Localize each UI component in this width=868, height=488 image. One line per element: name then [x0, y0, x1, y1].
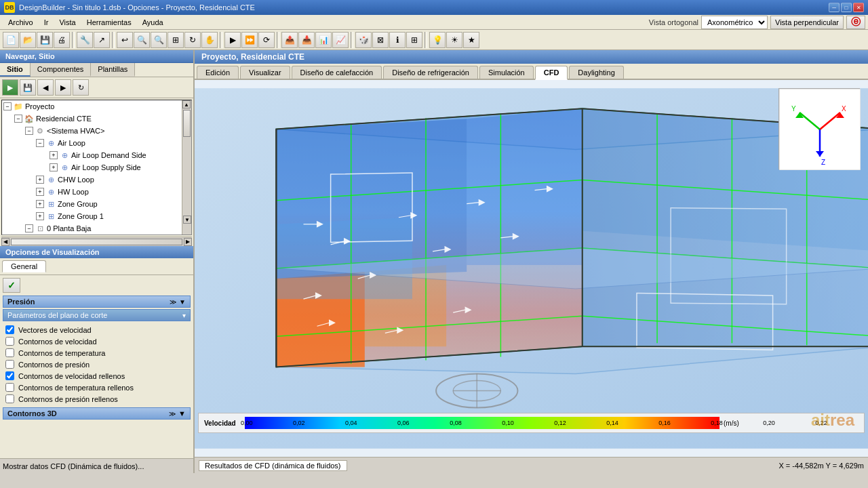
tab-visualizar[interactable]: Visualizar — [240, 66, 290, 79]
tab-edicion[interactable]: Edición — [197, 66, 239, 79]
import-btn[interactable]: 📥 — [298, 32, 315, 48]
scroll-up-btn[interactable]: ▲ — [182, 100, 191, 108]
tab-calefaccion[interactable]: Diseño de calefacción — [292, 66, 382, 79]
nav-prev-btn[interactable]: ◀ — [37, 79, 54, 96]
hscroll-left[interactable]: ◀ — [1, 238, 9, 246]
menu-archivo[interactable]: Archivo — [3, 17, 39, 28]
tree-item-zonegroup[interactable]: + ⊞ Zone Group — [2, 198, 191, 210]
undo-button[interactable]: ↩ — [117, 32, 133, 48]
tree-item-salon[interactable]: + 🏠 Salón — [2, 235, 191, 235]
3d-btn[interactable]: 🎲 — [355, 32, 372, 48]
tree-toggle-residencial[interactable]: − — [14, 115, 22, 123]
tree-item-residencial[interactable]: − 🏠 Residencial CTE — [2, 113, 191, 125]
tree-hscroll[interactable]: ◀ ▶ — [1, 237, 192, 246]
tree-toggle-planta[interactable]: − — [25, 224, 33, 232]
menu-vista[interactable]: Vista — [54, 17, 81, 28]
checkbox-temp-fill[interactable] — [5, 383, 14, 392]
tree-item-hwloop[interactable]: + ⊕ HW Loop — [2, 186, 191, 198]
tree-toggle-supply[interactable]: + — [50, 163, 58, 171]
scroll-thumb[interactable] — [183, 110, 191, 137]
viewport[interactable]: X Y Z Velocidad — [195, 80, 868, 457]
tree-item-planta[interactable]: − ⊡ 0 Planta Baja — [2, 222, 191, 235]
checkbox-temp-cont[interactable] — [5, 348, 14, 357]
tree-toggle-hw[interactable]: + — [36, 188, 44, 196]
contornos3d-bar[interactable]: Contornos 3D ≫ ▼ — [3, 407, 191, 420]
checkbox-pres-cont[interactable] — [5, 360, 14, 369]
open-button[interactable]: 📂 — [20, 32, 36, 48]
mesh-btn[interactable]: ⊠ — [372, 32, 389, 48]
view-type-select[interactable]: Axonométrico Perspectiva — [701, 16, 768, 29]
pan-button[interactable]: ✋ — [201, 32, 218, 48]
pressure-dropdown[interactable]: Presión ≫ ▼ — [3, 296, 191, 308]
print-button[interactable]: 🖨 — [54, 32, 70, 48]
rotate-button[interactable]: ↻ — [184, 32, 201, 48]
menu-ir[interactable]: Ir — [39, 17, 54, 28]
tree-toggle-proyecto[interactable]: − — [3, 102, 12, 110]
grid-btn[interactable]: ⊞ — [406, 32, 422, 48]
tree-toggle-demand[interactable]: + — [50, 151, 58, 159]
maximize-button[interactable]: □ — [841, 3, 852, 12]
new-button[interactable]: 📄 — [3, 32, 19, 48]
light-btn[interactable]: 💡 — [429, 32, 446, 48]
tab-sitio[interactable]: Sitio — [0, 63, 31, 77]
checkbox-vel-vec[interactable] — [5, 325, 14, 334]
tab-plantillas[interactable]: Plantillas — [91, 63, 135, 77]
building-icon: 🏠 — [24, 113, 35, 124]
tree-item-chwloop[interactable]: + ⊕ CHW Loop — [2, 174, 191, 186]
tree-scrollbar-v[interactable]: ▲ ▼ — [182, 100, 191, 235]
tree-item-zonegroup1[interactable]: + ⊞ Zone Group 1 — [2, 210, 191, 222]
close-button[interactable]: ✕ — [853, 3, 864, 12]
nav-refresh-btn[interactable]: ↻ — [73, 79, 89, 96]
scroll-down-btn[interactable]: ▼ — [183, 216, 191, 224]
sun-btn[interactable]: ☀ — [446, 32, 462, 48]
sim2[interactable]: ⏩ — [241, 32, 258, 48]
tab-cfd[interactable]: CFD — [535, 66, 568, 80]
hscroll-right[interactable]: ▶ — [184, 238, 192, 246]
calc-btn[interactable]: 📊 — [315, 32, 332, 48]
sim3[interactable]: ⟳ — [258, 32, 275, 48]
designbuilder-logo-btn[interactable]: ⓔ — [846, 16, 865, 29]
checkbox-vel-cont[interactable] — [5, 337, 14, 346]
tree-item-sistema[interactable]: − ⚙ <Sistema HVAC> — [2, 125, 191, 137]
info-btn[interactable]: ℹ — [389, 32, 406, 48]
zoom-button[interactable]: 🔍 — [151, 32, 167, 48]
tab-simulacion[interactable]: Simulación — [479, 66, 534, 79]
tree-toggle-zg[interactable]: + — [36, 200, 44, 208]
tab-daylighting[interactable]: Daylighting — [569, 66, 623, 79]
confirm-button[interactable]: ✓ — [3, 278, 20, 293]
tool2[interactable]: ↗ — [94, 32, 110, 48]
tree-item-demandside[interactable]: + ⊕ Air Loop Demand Side — [2, 149, 191, 161]
tree-item-supplyside[interactable]: + ⊕ Air Loop Supply Side — [2, 161, 191, 174]
tree-item-proyecto[interactable]: − 📁 Proyecto — [2, 100, 191, 113]
zoom-fit[interactable]: ⊞ — [167, 32, 184, 48]
tab-componentes[interactable]: Componentes — [31, 63, 92, 77]
nav-next-btn[interactable]: ▶ — [55, 79, 71, 96]
nav-save-btn[interactable]: 💾 — [20, 79, 36, 96]
menu-herramientas[interactable]: Herramientas — [81, 17, 137, 28]
extra-btn[interactable]: ★ — [463, 32, 479, 48]
simulate-btn[interactable]: ▶ — [224, 32, 241, 48]
nav-forward-btn[interactable]: ▶ — [2, 79, 18, 96]
hscroll-thumb[interactable] — [11, 239, 182, 245]
checkbox-vel-fill[interactable] — [5, 371, 14, 380]
window-controls[interactable]: ─ □ ✕ — [829, 3, 864, 12]
redo-button[interactable]: 🔍 — [134, 32, 150, 48]
minimize-button[interactable]: ─ — [829, 3, 840, 12]
pressure-label: Presión — [7, 298, 170, 306]
section-params-bar[interactable]: Parámetros del plano de corte ▾ — [3, 309, 191, 321]
tab-refrigeracion[interactable]: Diseño de refrigeración — [383, 66, 478, 79]
chart-btn[interactable]: 📈 — [332, 32, 349, 48]
vista-perpendicular-button[interactable]: Vista perpendicular — [770, 16, 844, 29]
tree-toggle-chw[interactable]: + — [36, 176, 44, 184]
tree-toggle-airloop[interactable]: − — [36, 139, 44, 147]
menu-ayuda[interactable]: Ayuda — [137, 17, 169, 28]
tree-toggle-sistema[interactable]: − — [25, 127, 33, 135]
tree-item-airloop[interactable]: − ⊕ Air Loop — [2, 137, 191, 149]
tree-toggle-zg1[interactable]: + — [36, 212, 44, 220]
contornos3d-dropdown-btn[interactable]: ▼ — [178, 409, 186, 418]
opt-tab-general[interactable]: General — [2, 260, 46, 272]
tool1[interactable]: 🔧 — [77, 32, 93, 48]
checkbox-pres-fill[interactable] — [5, 394, 14, 403]
export-btn[interactable]: 📤 — [281, 32, 298, 48]
save-button[interactable]: 💾 — [37, 32, 53, 48]
